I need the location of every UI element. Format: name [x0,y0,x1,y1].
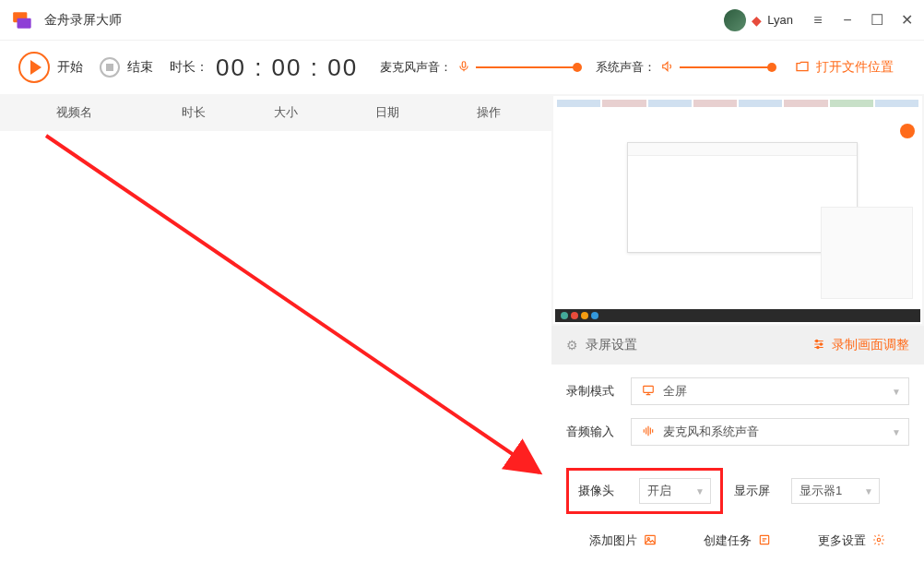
camera-select[interactable]: 开启 ▼ [639,478,711,504]
camera-label: 摄像头 [578,483,630,499]
chevron-down-icon: ▼ [864,486,873,496]
record-mode-select[interactable]: 全屏 ▼ [631,377,909,405]
avatar[interactable] [724,9,746,31]
app-logo [11,8,35,32]
stop-button[interactable] [100,57,120,78]
folder-icon [794,59,811,77]
record-mode-label: 录制模式 [566,383,631,400]
svg-rect-10 [650,427,651,434]
audio-input-value: 麦克风和系统声音 [663,424,759,440]
create-task-button[interactable]: 创建任务 [704,532,772,549]
right-panel: ⚙ 录屏设置 录制画面调整 录制模式 全屏 ▼ 音频输入 [551,94,924,562]
toolbar: 开始 结束 时长： 00 : 00 : 00 麦克风声音： 系统声音： 打开文件… [0,41,924,94]
settings-title: 录屏设置 [586,337,637,353]
mic-volume: 麦克风声音： [380,59,577,76]
th-name: 视频名 [0,104,148,121]
user-name: Lyan [767,13,793,27]
system-volume: 系统声音： [596,59,772,76]
minimize-icon[interactable]: − [841,14,854,27]
svg-rect-12 [646,535,656,544]
audio-input-select[interactable]: 麦克风和系统声音 ▼ [631,418,909,446]
add-image-button[interactable]: 添加图片 [589,532,657,549]
settings-header: ⚙ 录屏设置 录制画面调整 [551,326,924,365]
th-size: 大小 [240,104,332,121]
chevron-down-icon: ▼ [695,486,705,496]
add-image-label: 添加图片 [589,532,637,549]
open-folder-label: 打开文件位置 [816,59,894,76]
adjust-icon [811,338,826,353]
mic-label: 麦克风声音： [380,59,452,76]
svg-rect-9 [647,425,648,436]
svg-rect-11 [652,429,653,433]
video-list-panel: 视频名 时长 大小 日期 操作 [0,94,551,562]
gear-icon: ⚙ [566,338,578,353]
titlebar: 金舟录屏大师 ◆ Lyan ≡ − ☐ ✕ [0,0,924,41]
th-date: 日期 [332,104,443,121]
audio-wave-icon [641,424,656,440]
close-icon[interactable]: ✕ [900,14,913,27]
audio-input-label: 音频输入 [566,424,631,440]
camera-highlight-box: 摄像头 开启 ▼ [566,468,723,514]
chevron-down-icon: ▼ [892,387,901,397]
system-slider[interactable] [680,66,772,68]
mic-icon[interactable] [457,60,470,76]
start-label: 开始 [57,59,83,76]
menu-icon[interactable]: ≡ [811,14,824,27]
svg-point-5 [817,346,819,348]
task-icon [757,533,772,549]
app-title: 金舟录屏大师 [44,12,724,29]
open-folder-button[interactable]: 打开文件位置 [794,59,894,77]
th-duration: 时长 [148,104,240,121]
vip-diamond-icon: ◆ [752,13,762,28]
th-operation: 操作 [443,104,535,121]
end-label: 结束 [127,59,153,76]
speaker-icon[interactable] [661,60,674,76]
svg-rect-14 [760,535,768,544]
svg-rect-7 [644,429,645,433]
display-label: 显示屏 [734,483,780,499]
duration-value: 00 : 00 : 00 [216,54,358,82]
svg-rect-2 [462,61,466,66]
chevron-down-icon: ▼ [892,427,901,437]
more-settings-button[interactable]: 更多设置 [818,532,886,549]
system-label: 系统声音： [596,59,656,76]
svg-rect-8 [646,427,646,434]
camera-value: 开启 [647,483,671,499]
svg-rect-1 [18,18,31,28]
svg-point-4 [820,343,822,345]
duration-label: 时长： [170,59,208,76]
adjust-screen-button[interactable]: 录制画面调整 [811,337,909,353]
create-task-label: 创建任务 [704,532,752,549]
start-button[interactable] [18,52,50,83]
display-value: 显示器1 [800,483,842,499]
preview-area [553,96,922,324]
settings-body: 录制模式 全屏 ▼ 音频输入 麦克风和系统声音 ▼ 摄像头 [551,365,924,562]
more-settings-label: 更多设置 [818,532,866,549]
display-select[interactable]: 显示器1 ▼ [791,478,880,504]
settings-icon [871,533,886,549]
svg-point-3 [816,340,818,341]
record-mode-value: 全屏 [663,383,687,400]
image-icon [643,533,657,549]
svg-point-15 [877,538,881,542]
maximize-icon[interactable]: ☐ [871,14,883,27]
mic-slider[interactable] [476,66,577,68]
adjust-label: 录制画面调整 [832,337,909,353]
monitor-icon [641,384,656,400]
svg-rect-6 [644,386,654,392]
table-header: 视频名 时长 大小 日期 操作 [0,94,551,131]
